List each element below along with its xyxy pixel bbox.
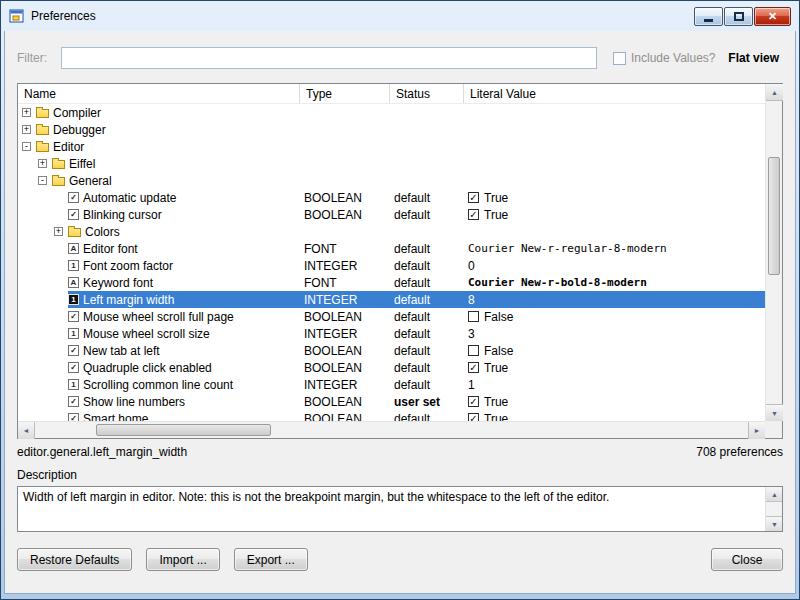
- pref-name: Editor: [53, 140, 300, 154]
- tree-indent: [18, 291, 54, 308]
- status-row: editor.general.left_margin_width 708 pre…: [17, 444, 783, 460]
- tree-row[interactable]: 1Scrolling common line countINTEGERdefau…: [18, 376, 765, 393]
- minimize-button[interactable]: [694, 7, 723, 26]
- horizontal-scroll-thumb[interactable]: [96, 424, 271, 436]
- boolean-icon: ✓: [68, 362, 79, 373]
- tree-row[interactable]: ✓Mouse wheel scroll full pageBOOLEANdefa…: [18, 308, 765, 325]
- unchecked-checkbox-icon[interactable]: [468, 345, 479, 356]
- row-body: 1Mouse wheel scroll sizeINTEGERdefault3: [68, 325, 765, 342]
- preferences-tree: Name Type Status Literal Value +Compiler…: [17, 83, 783, 439]
- pref-name: Eiffel: [69, 157, 300, 171]
- include-values-checkbox[interactable]: [613, 52, 626, 65]
- tree-row[interactable]: ✓Smart homeBOOLEANdefault✓True: [18, 410, 765, 421]
- titlebar[interactable]: Preferences ✕: [4, 1, 796, 31]
- pref-name: Scrolling common line count: [83, 378, 298, 392]
- expand-icon[interactable]: +: [22, 108, 31, 117]
- maximize-button[interactable]: [724, 7, 753, 26]
- preferences-window: Preferences ✕ Filter: Include Values? Fl…: [0, 0, 800, 600]
- pref-type: BOOLEAN: [298, 310, 388, 324]
- scroll-down-icon[interactable]: ▼: [766, 404, 783, 421]
- description-scroll-down-icon[interactable]: ▼: [766, 516, 783, 531]
- collapse-icon[interactable]: -: [22, 142, 31, 151]
- column-header-type[interactable]: Type: [300, 84, 390, 103]
- include-values-label: Include Values?: [631, 51, 716, 65]
- expand-icon[interactable]: +: [38, 159, 47, 168]
- horizontal-scrollbar[interactable]: ◄ ►: [18, 421, 765, 438]
- pref-status: default: [388, 378, 462, 392]
- row-body: AEditor fontFONTdefaultCourier New-r-reg…: [68, 240, 765, 257]
- restore-defaults-button[interactable]: Restore Defaults: [17, 548, 132, 571]
- tree-row[interactable]: ✓Automatic updateBOOLEANdefault✓True: [18, 189, 765, 206]
- expand-icon[interactable]: +: [22, 125, 31, 134]
- checked-checkbox-icon[interactable]: ✓: [468, 413, 479, 421]
- close-dialog-button[interactable]: Close: [711, 548, 783, 571]
- tree-row[interactable]: +Colors: [18, 223, 765, 240]
- checked-checkbox-icon[interactable]: ✓: [468, 209, 479, 220]
- flat-view-button[interactable]: Flat view: [728, 51, 783, 65]
- vertical-scrollbar[interactable]: ▲ ▼: [765, 84, 782, 421]
- tree-row[interactable]: ✓Quadruple click enabledBOOLEANdefault✓T…: [18, 359, 765, 376]
- tree-row[interactable]: -Editor: [18, 138, 765, 155]
- unchecked-checkbox-icon[interactable]: [468, 311, 479, 322]
- tree-indent: [18, 257, 54, 274]
- tree-row[interactable]: AEditor fontFONTdefaultCourier New-r-reg…: [18, 240, 765, 257]
- tree-row[interactable]: ✓Show line numbersBOOLEANuser set✓True: [18, 393, 765, 410]
- pref-type: FONT: [298, 242, 388, 256]
- row-body: ✓Quadruple click enabledBOOLEANdefault✓T…: [68, 359, 765, 376]
- pref-status: default: [388, 242, 462, 256]
- filter-input[interactable]: [61, 47, 597, 69]
- tree-row[interactable]: 1Font zoom factorINTEGERdefault0: [18, 257, 765, 274]
- row-body: AKeyword fontFONTdefaultCourier New-r-bo…: [68, 274, 765, 291]
- close-icon: ✕: [768, 11, 777, 22]
- column-header-literal-value[interactable]: Literal Value: [464, 84, 765, 103]
- tree-row[interactable]: ✓Blinking cursorBOOLEANdefault✓True: [18, 206, 765, 223]
- export-button[interactable]: Export ...: [234, 548, 308, 571]
- checked-checkbox-icon[interactable]: ✓: [468, 362, 479, 373]
- tree-row[interactable]: -General: [18, 172, 765, 189]
- tree-header: Name Type Status Literal Value: [18, 84, 782, 104]
- tree-row[interactable]: +Debugger: [18, 121, 765, 138]
- folder-icon: [36, 126, 49, 135]
- row-body: Colors: [68, 223, 765, 240]
- folder-icon: [36, 143, 49, 152]
- pref-value-text: True: [484, 395, 508, 409]
- description-scroll-up-icon[interactable]: ▲: [766, 487, 783, 502]
- vertical-scroll-thumb[interactable]: [768, 157, 780, 275]
- pref-name: Font zoom factor: [83, 259, 298, 273]
- pref-status: default: [388, 327, 462, 341]
- tree-row[interactable]: 1Mouse wheel scroll sizeINTEGERdefault3: [18, 325, 765, 342]
- checked-checkbox-icon[interactable]: ✓: [468, 192, 479, 203]
- tree-row[interactable]: 1Left margin widthINTEGERdefault8: [18, 291, 765, 308]
- close-button[interactable]: ✕: [754, 7, 791, 26]
- scroll-up-icon[interactable]: ▲: [766, 84, 783, 101]
- checked-checkbox-icon[interactable]: ✓: [468, 396, 479, 407]
- scroll-left-icon[interactable]: ◄: [18, 422, 35, 439]
- pref-status: user set: [388, 395, 462, 409]
- column-header-status[interactable]: Status: [390, 84, 464, 103]
- row-body: Debugger: [36, 121, 765, 138]
- scroll-right-icon[interactable]: ►: [748, 422, 765, 439]
- tree-row[interactable]: AKeyword fontFONTdefaultCourier New-r-bo…: [18, 274, 765, 291]
- minimize-icon: [704, 19, 713, 22]
- pref-value-text: 1: [468, 378, 475, 392]
- column-header-name[interactable]: Name: [18, 84, 300, 103]
- button-row: Restore Defaults Import ... Export ... C…: [17, 548, 783, 571]
- row-body: ✓New tab at leftBOOLEANdefaultFalse: [68, 342, 765, 359]
- tree-indent: [18, 189, 54, 206]
- pref-value-text: 3: [468, 327, 475, 341]
- tree-row[interactable]: ✓New tab at leftBOOLEANdefaultFalse: [18, 342, 765, 359]
- tree-indent: [18, 342, 54, 359]
- app-icon: [9, 8, 25, 24]
- expand-icon[interactable]: +: [54, 227, 63, 236]
- tree-row[interactable]: +Eiffel: [18, 155, 765, 172]
- description-scrollbar[interactable]: ▲ ▼: [765, 487, 782, 531]
- font-icon: A: [68, 243, 79, 254]
- pref-status: default: [388, 191, 462, 205]
- pref-value-text: False: [484, 310, 513, 324]
- pref-name: General: [69, 174, 300, 188]
- import-button[interactable]: Import ...: [146, 548, 219, 571]
- tree-row[interactable]: +Compiler: [18, 104, 765, 121]
- window-controls: ✕: [694, 7, 791, 26]
- collapse-icon[interactable]: -: [38, 176, 47, 185]
- pref-literal-value: ✓True: [462, 361, 765, 375]
